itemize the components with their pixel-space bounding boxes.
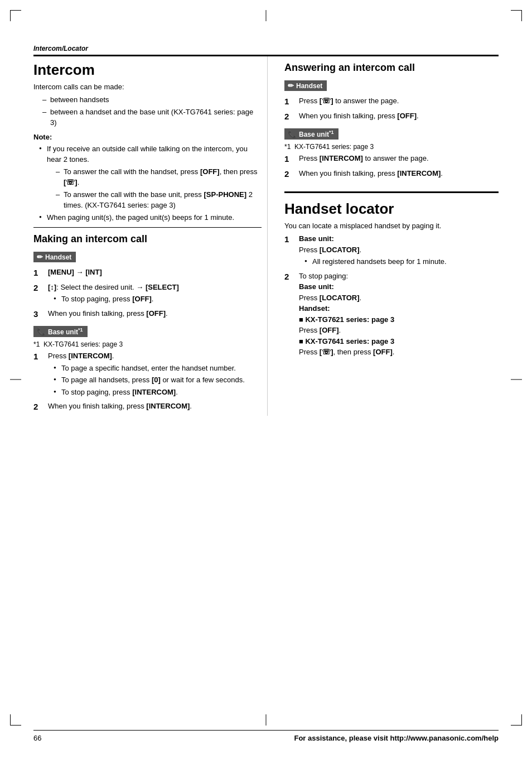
step-content: When you finish talking, press [OFF]. <box>299 111 499 123</box>
list-item: To stop paging, press [OFF]. <box>54 294 262 305</box>
base-unit-badge: 📞 Base unit*1 <box>33 326 88 337</box>
step-num: 1 <box>284 153 294 166</box>
step-num: 2 <box>284 271 294 358</box>
note-bullet-2: When paging unit(s), the paged unit(s) b… <box>39 212 262 223</box>
step-content: When you finish talking, press [OFF]. <box>48 308 262 321</box>
answering-base-label: Base unit*1 <box>299 129 334 138</box>
step-content: Base unit: Press [LOCATOR]. All register… <box>299 233 499 268</box>
step-2: 2 [↕]: Select the desired unit. → [SELEC… <box>33 282 262 306</box>
base-unit-icon-2: 📞 <box>288 130 297 138</box>
making-intercom-heading: Making an intercom call <box>33 233 262 245</box>
handset-badge-label: Handset <box>45 253 71 261</box>
answering-base-badge: 📞 Base unit*1 <box>284 128 338 140</box>
step-2: 2 To stop paging: Base unit: Press [LOCA… <box>284 271 499 358</box>
step-content: Press [INTERCOM] to answer the page. <box>299 153 499 166</box>
making-handset-steps: 1 [MENU] → [INT] 2 [↕]: Select the desir… <box>33 267 262 320</box>
page-container: Intercom/Locator Intercom Intercom calls… <box>0 0 532 759</box>
step-content: When you finish talking, press [INTERCOM… <box>48 401 262 414</box>
answering-handset-badge: ✏ Handset <box>284 80 327 91</box>
sub-bullets: To page a specific handset, enter the ha… <box>54 363 262 398</box>
step-num: 2 <box>284 168 294 181</box>
footer-page-number: 66 <box>33 734 41 742</box>
base-unit-icon: 📞 <box>37 328 46 336</box>
step-content: [↕]: Select the desired unit. → [SELECT]… <box>48 282 262 306</box>
step-num: 3 <box>33 308 43 321</box>
pencil-icon-2: ✏ <box>288 81 294 90</box>
step-num: 1 <box>33 350 43 398</box>
step-2: 2 When you finish talking, press [INTERC… <box>33 401 262 414</box>
step-1: 1 Press [INTERCOM]. To page a specific h… <box>33 350 262 398</box>
step-1: 1 Base unit: Press [LOCATOR]. All regist… <box>284 233 499 268</box>
step-num: 1 <box>284 95 294 108</box>
list-item: between handsets <box>42 94 262 105</box>
step-content: To stop paging: Base unit: Press [LOCATO… <box>299 271 499 358</box>
locator-steps: 1 Base unit: Press [LOCATOR]. All regist… <box>284 233 499 358</box>
two-col-layout: Intercom Intercom calls can be made: bet… <box>33 56 499 416</box>
list-item: All registered handsets beep for 1 minut… <box>304 256 499 267</box>
step-num: 1 <box>284 233 294 268</box>
page-footer: 66 For assistance, please visit http://w… <box>33 730 499 742</box>
section-divider-locator <box>284 191 499 193</box>
intercom-heading: Intercom <box>33 62 262 78</box>
locator-section: Handset locator You can locate a misplac… <box>284 201 499 358</box>
step-num: 1 <box>33 267 43 280</box>
answering-handset-steps: 1 Press [☏] to answer the page. 2 When y… <box>284 95 499 123</box>
list-item: To stop paging, press [INTERCOM]. <box>54 387 262 398</box>
step-content: [MENU] → [INT] <box>48 267 262 280</box>
list-item: To answer the call with the handset, pre… <box>56 166 262 188</box>
section-label: Intercom/Locator <box>33 45 499 52</box>
answering-heading: Answering an intercom call <box>284 62 499 74</box>
step-1: 1 Press [INTERCOM] to answer the page. <box>284 153 499 166</box>
list-item: between a handset and the base unit (KX-… <box>42 107 262 128</box>
note-bullets: If you receive an outside call while tal… <box>39 143 262 223</box>
footer-text: For assistance, please visit http://www.… <box>294 734 499 742</box>
locator-heading: Handset locator <box>284 201 499 217</box>
step-content: Press [INTERCOM]. To page a specific han… <box>48 350 262 398</box>
pencil-icon: ✏ <box>37 253 43 261</box>
answering-base-steps: 1 Press [INTERCOM] to answer the page. 2… <box>284 153 499 180</box>
step-1: 1 [MENU] → [INT] <box>33 267 262 280</box>
step-num: 2 <box>33 282 43 306</box>
base-unit-badge-label: Base unit*1 <box>48 327 83 336</box>
list-item: To answer the call with the base unit, p… <box>56 189 262 211</box>
content-area: Intercom/Locator Intercom Intercom calls… <box>33 45 499 416</box>
intercom-intro: Intercom calls can be made: <box>33 81 262 93</box>
step-2: 2 When you finish talking, press [OFF]. <box>284 111 499 123</box>
intercom-intro-list: between handsets between a handset and t… <box>42 94 262 128</box>
step-num: 2 <box>33 401 43 414</box>
note-dash-list: To answer the call with the handset, pre… <box>56 166 262 211</box>
step-3: 3 When you finish talking, press [OFF]. <box>33 308 262 321</box>
list-item: To page all handsets, press [0] or wait … <box>54 374 262 386</box>
footnote-answering: *1 KX-TG7641 series: page 3 <box>284 143 499 151</box>
list-item: To page a specific handset, enter the ha… <box>54 363 262 374</box>
step-content: When you finish talking, press [INTERCOM… <box>299 168 499 181</box>
right-column: Answering an intercom call ✏ Handset 1 P… <box>279 56 499 416</box>
sub-bullets: All registered handsets beep for 1 minut… <box>304 256 499 267</box>
step-2: 2 When you finish talking, press [INTERC… <box>284 168 499 181</box>
step-content: Press [☏] to answer the page. <box>299 95 499 108</box>
note-bullet-1: If you receive an outside call while tal… <box>39 143 262 211</box>
step-1: 1 Press [☏] to answer the page. <box>284 95 499 108</box>
footnote-making: *1 KX-TG7641 series: page 3 <box>33 340 262 348</box>
making-base-steps: 1 Press [INTERCOM]. To page a specific h… <box>33 350 262 414</box>
handset-badge: ✏ Handset <box>33 252 76 262</box>
sub-bullets: To stop paging, press [OFF]. <box>54 294 262 305</box>
left-column: Intercom Intercom calls can be made: bet… <box>33 56 268 416</box>
note-label: Note: <box>33 133 262 141</box>
locator-intro: You can locate a misplaced handset by pa… <box>284 220 499 232</box>
step-num: 2 <box>284 111 294 123</box>
divider-making <box>33 227 262 228</box>
answering-handset-label: Handset <box>296 82 322 90</box>
